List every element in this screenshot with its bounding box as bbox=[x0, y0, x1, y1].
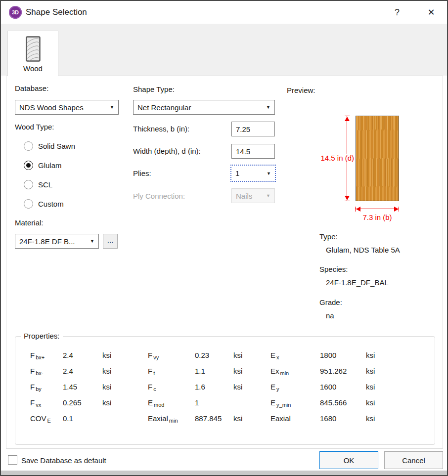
wood-section-icon bbox=[26, 36, 41, 62]
property-label: Fbx- bbox=[30, 367, 63, 375]
grade-value: na bbox=[326, 311, 334, 320]
property-label: Emod bbox=[148, 398, 195, 407]
species-label: Species: bbox=[319, 265, 348, 273]
wood-preview-image bbox=[356, 116, 399, 201]
wood-type-option-label: SCL bbox=[38, 180, 52, 189]
property-label: Fby bbox=[30, 383, 63, 391]
property-unit: ksi bbox=[233, 383, 263, 391]
property-value: 1 bbox=[195, 398, 233, 407]
plies-label: Plies: bbox=[133, 169, 151, 177]
material-browse-button[interactable]: ... bbox=[103, 234, 118, 249]
radio-icon[interactable] bbox=[24, 180, 33, 189]
radio-icon[interactable] bbox=[24, 141, 33, 151]
close-button[interactable]: ✕ bbox=[421, 5, 441, 20]
dim-arrow-down-icon bbox=[345, 196, 350, 200]
radio-selected-icon[interactable] bbox=[24, 161, 33, 170]
tab-wood-label: Wood bbox=[8, 64, 58, 73]
ply-connection-select: Nails ▼ bbox=[231, 188, 275, 203]
wood-type-option-label: Custom bbox=[38, 200, 64, 208]
property-unit: ksi bbox=[366, 398, 396, 407]
grade-label: Grade: bbox=[319, 298, 342, 306]
property-value: 887.845 bbox=[195, 414, 233, 423]
property-value: 0.23 bbox=[195, 351, 233, 359]
dim-cap-top bbox=[345, 116, 350, 116]
property-value: 1800 bbox=[320, 351, 366, 359]
save-database-checkbox[interactable] bbox=[8, 455, 17, 465]
property-label: Ft bbox=[148, 367, 195, 375]
tab-wood[interactable]: Wood bbox=[7, 31, 58, 76]
thickness-label: Thickness, b (in): bbox=[133, 125, 189, 133]
properties-column-2: Fvy0.23ksiFt1.1ksiFc1.6ksiEmod1Eaxialmin… bbox=[148, 347, 263, 426]
width-input-value: 14.5 bbox=[236, 147, 250, 156]
property-value: 1680 bbox=[320, 414, 366, 423]
ply-connection-label: Ply Connection: bbox=[133, 192, 185, 200]
property-label: Eaxialmin bbox=[148, 414, 195, 423]
chevron-down-icon: ▼ bbox=[90, 239, 94, 244]
material-label: Material: bbox=[15, 218, 44, 227]
material-select[interactable]: 24F-1.8E DF B... ▼ bbox=[15, 234, 99, 249]
property-value: 1.1 bbox=[195, 367, 233, 375]
shape-selection-dialog: 3D Shape Selection ? ✕ Wood Database: ND… bbox=[0, 0, 448, 476]
property-label: Fbx+ bbox=[30, 351, 63, 359]
dim-cap-bottom bbox=[345, 201, 350, 201]
property-value: 845.566 bbox=[320, 398, 366, 407]
wood-type-option-glulam[interactable]: Glulam bbox=[24, 156, 128, 175]
wood-type-option-scl[interactable]: SCL bbox=[24, 175, 128, 194]
width-input[interactable]: 14.5 bbox=[231, 144, 275, 159]
property-label: Fvy bbox=[148, 351, 195, 359]
chevron-down-icon: ▼ bbox=[266, 193, 270, 198]
property-label: Ey_min bbox=[270, 398, 320, 407]
property-unit: ksi bbox=[233, 367, 263, 375]
property-value: 951.262 bbox=[320, 367, 366, 375]
title-bar[interactable]: 3D Shape Selection ? ✕ bbox=[1, 1, 447, 24]
database-select-value: NDS Wood Shapes bbox=[19, 103, 84, 112]
window-title: Shape Selection bbox=[26, 7, 87, 17]
dim-cap-right bbox=[399, 207, 399, 212]
dim-cap-left bbox=[355, 207, 356, 212]
property-unit: ksi bbox=[366, 351, 396, 359]
wood-type-option-label: Glulam bbox=[38, 161, 62, 170]
thickness-input-value: 7.25 bbox=[236, 125, 250, 133]
property-label: Ey bbox=[270, 383, 320, 391]
wood-type-option-label: Solid Sawn bbox=[38, 142, 75, 150]
property-unit: ksi bbox=[233, 414, 263, 423]
property-label: Fc bbox=[148, 383, 195, 391]
ok-button[interactable]: OK bbox=[319, 451, 378, 469]
dim-line-horizontal bbox=[356, 209, 399, 209]
property-label: Fvx bbox=[30, 398, 63, 407]
property-label: Ex bbox=[270, 351, 320, 359]
chevron-down-icon: ▼ bbox=[267, 171, 271, 176]
plies-select[interactable]: 1 ▼ bbox=[230, 165, 276, 182]
wood-type-radio-group: Solid SawnGlulamSCLCustom bbox=[24, 136, 128, 214]
height-dimension-label: 14.5 in (d) bbox=[317, 154, 354, 162]
plies-select-value: 1 bbox=[235, 169, 239, 177]
app-3d-logo-icon: 3D bbox=[9, 6, 22, 19]
property-unit: ksi bbox=[366, 367, 396, 375]
database-label: Database: bbox=[15, 84, 48, 92]
radio-icon[interactable] bbox=[24, 199, 33, 209]
shape-type-select-value: Net Rectangular bbox=[137, 103, 191, 112]
database-select[interactable]: NDS Wood Shapes ▼ bbox=[15, 100, 119, 115]
thickness-input[interactable]: 7.25 bbox=[231, 122, 275, 136]
wood-type-option-custom[interactable]: Custom bbox=[24, 194, 128, 214]
cancel-button[interactable]: Cancel bbox=[384, 451, 443, 469]
type-value: Glulam, NDS Table 5A bbox=[326, 246, 400, 254]
property-value: 2.4 bbox=[63, 351, 102, 359]
property-unit: ksi bbox=[233, 351, 263, 359]
wood-type-option-solid-sawn[interactable]: Solid Sawn bbox=[24, 136, 128, 156]
help-button[interactable]: ? bbox=[390, 5, 404, 20]
property-value: 1.6 bbox=[195, 383, 233, 391]
tab-strip bbox=[1, 24, 447, 76]
property-label: COVE bbox=[30, 414, 63, 423]
species-value: 24F-1.8E_DF_BAL bbox=[326, 278, 389, 287]
property-label: Exmin bbox=[270, 367, 320, 375]
property-unit: ksi bbox=[102, 351, 132, 359]
property-unit: ksi bbox=[102, 398, 132, 407]
shape-type-label: Shape Type: bbox=[133, 85, 175, 93]
properties-label: Properties: bbox=[21, 332, 63, 340]
shape-type-select[interactable]: Net Rectangular ▼ bbox=[133, 100, 275, 115]
property-unit: ksi bbox=[366, 414, 396, 423]
save-database-checkbox-label: Save Database as default bbox=[21, 456, 106, 465]
ply-connection-select-value: Nails bbox=[236, 192, 252, 200]
properties-column-1: Fbx+2.4ksiFbx-2.4ksiFby1.45ksiFvx0.265ks… bbox=[30, 347, 132, 426]
